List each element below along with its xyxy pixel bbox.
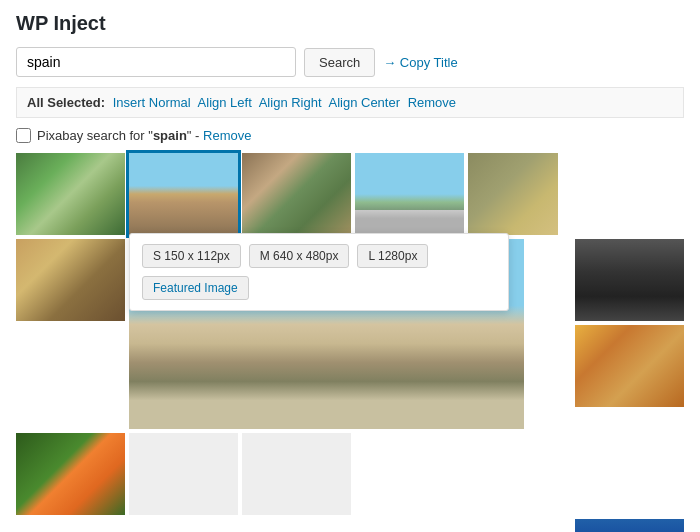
search-bar: Search → Copy Title <box>16 47 684 77</box>
size-small-button[interactable]: S 150 x 112px <box>142 244 241 268</box>
size-row: S 150 x 112px M 640 x 480px L 1280px <box>142 244 496 268</box>
align-left-link[interactable]: Align Left <box>198 95 252 110</box>
size-large-button[interactable]: L 1280px <box>357 244 428 268</box>
copy-title-button[interactable]: → Copy Title <box>383 55 457 70</box>
pixabay-text: Pixabay search for "spain" - Remove <box>37 128 251 143</box>
align-right-link[interactable]: Align Right <box>259 95 322 110</box>
image-thumb-placeholder-1 <box>129 433 238 515</box>
image-grid-row3 <box>16 433 684 515</box>
remove-all-link[interactable]: Remove <box>408 95 456 110</box>
featured-image-button[interactable]: Featured Image <box>142 276 249 300</box>
align-center-link[interactable]: Align Center <box>328 95 400 110</box>
image-thumb-1[interactable] <box>16 153 125 235</box>
image-thumb-3[interactable] <box>242 153 351 235</box>
image-thumb-5[interactable] <box>468 153 558 235</box>
image-thumb-placeholder-2 <box>242 433 351 515</box>
image-thumb-4[interactable] <box>355 153 464 235</box>
featured-row: Featured Image <box>142 276 496 300</box>
pixabay-checkbox[interactable] <box>16 128 31 143</box>
image-thumb-8[interactable] <box>575 325 684 407</box>
right-column <box>575 239 684 407</box>
pixabay-remove-link[interactable]: Remove <box>203 128 251 143</box>
app-title: WP Inject <box>16 12 684 35</box>
image-thumb-6[interactable] <box>16 239 125 321</box>
app-container: WP Inject Search → Copy Title All Select… <box>0 0 700 531</box>
image-grid-row1: S 150 x 112px M 640 x 480px L 1280px Fea… <box>16 153 684 235</box>
size-medium-button[interactable]: M 640 x 480px <box>249 244 350 268</box>
size-popup: S 150 x 112px M 640 x 480px L 1280px Fea… <box>129 233 509 311</box>
search-input[interactable] <box>16 47 296 77</box>
image-thumb-7[interactable] <box>575 239 684 321</box>
image-thumb-9[interactable] <box>16 433 125 515</box>
image-thumb-10[interactable] <box>575 519 684 532</box>
insert-normal-link[interactable]: Insert Normal <box>113 95 191 110</box>
image-thumb-2[interactable] <box>129 153 238 235</box>
all-selected-label: All Selected: <box>27 95 105 110</box>
actions-bar: All Selected: Insert Normal Align Left A… <box>16 87 684 118</box>
search-button[interactable]: Search <box>304 48 375 77</box>
pixabay-bar: Pixabay search for "spain" - Remove <box>16 128 684 143</box>
